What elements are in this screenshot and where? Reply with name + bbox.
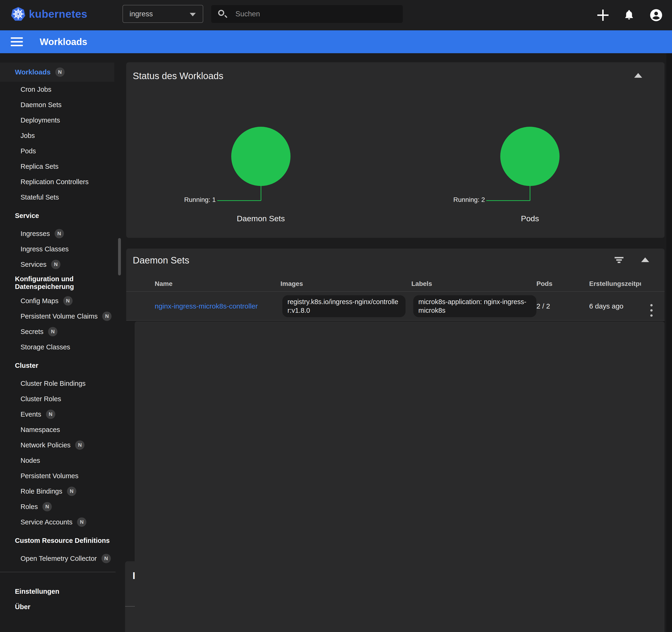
kubernetes-logo[interactable]: kubernetes bbox=[11, 6, 87, 21]
namespaced-badge: N bbox=[101, 554, 111, 563]
sidebar-item-label: Deployments bbox=[21, 116, 60, 124]
sidebar-item-service-accounts[interactable]: Service AccountsN bbox=[0, 514, 118, 530]
pods-count: 2 / 2 bbox=[536, 302, 589, 310]
partial-card: I bbox=[125, 561, 135, 632]
sidebar-item-events[interactable]: EventsN bbox=[0, 406, 118, 422]
sidebar-item-secrets[interactable]: SecretsN bbox=[0, 324, 118, 340]
sidebar-item-label: Jobs bbox=[21, 132, 35, 140]
daemon-sets-title: Daemon Sets bbox=[133, 255, 189, 265]
chart-caption: Daemon Sets bbox=[126, 214, 395, 223]
status-chart-daemon-sets: Running: 1Daemon Sets bbox=[126, 86, 395, 235]
sidebar-item-label: Nodes bbox=[21, 457, 40, 464]
sidebar-item-open-telemetry-collector[interactable]: Open Telemetry CollectorN bbox=[0, 551, 118, 566]
chevron-down-icon bbox=[190, 13, 196, 16]
sidebar-item-label: Config Maps bbox=[21, 297, 58, 305]
sidebar-item-label: Services bbox=[21, 261, 46, 268]
column-header-images: Images bbox=[281, 280, 411, 287]
sidebar-item-label: Konfiguration und Datenspeicherung bbox=[15, 275, 118, 290]
sidebar-item-namespaces[interactable]: Namespaces bbox=[0, 422, 118, 437]
namespaced-badge: N bbox=[75, 440, 85, 450]
namespaced-badge: N bbox=[67, 487, 76, 496]
sidebar-item-label: Cron Jobs bbox=[21, 86, 51, 93]
chart-callout: Running: 2 bbox=[453, 196, 485, 204]
sidebar-item-workloads[interactable]: WorkloadsN bbox=[0, 63, 114, 82]
pie-chart bbox=[500, 127, 559, 186]
sidebar-item-label: Ingresses bbox=[21, 230, 50, 238]
create-resource-plus-icon[interactable] bbox=[597, 9, 608, 21]
namespaced-badge: N bbox=[43, 502, 52, 511]
daemonset-name-link[interactable]: nginx-ingress-microk8s-controller bbox=[155, 302, 258, 310]
sidebar-item-ingress-classes[interactable]: Ingress Classes bbox=[0, 241, 118, 257]
sidebar-scrollbar[interactable] bbox=[118, 238, 121, 275]
sidebar-item-cluster-roles[interactable]: Cluster Roles bbox=[0, 391, 118, 406]
sidebar-item-label: Service bbox=[15, 212, 39, 219]
sidebar-item-config-maps[interactable]: Config MapsN bbox=[0, 293, 118, 308]
workload-status-title: Status des Workloads bbox=[133, 71, 223, 81]
status-chart-pods: Running: 2Pods bbox=[395, 86, 665, 235]
sidebar-item-konfiguration-und-datenspeicherung: Konfiguration und Datenspeicherung bbox=[0, 275, 118, 290]
label-chip: microk8s-application: nginx-ingress-micr… bbox=[413, 295, 536, 317]
sidebar-item-replica-sets[interactable]: Replica Sets bbox=[0, 159, 118, 174]
table-header-row: NameImagesLabelsPodsErstellungszeitpunkt bbox=[126, 276, 665, 292]
image-chip: registry.k8s.io/ingress-nginx/controller… bbox=[282, 295, 406, 317]
pie-chart bbox=[231, 127, 290, 186]
sidebar-item-label: Persistent Volumes bbox=[21, 472, 78, 480]
sidebar-item-cluster-role-bindings[interactable]: Cluster Role Bindings bbox=[0, 376, 118, 391]
sidebar-item-cron-jobs[interactable]: Cron Jobs bbox=[0, 82, 118, 97]
notifications-bell-icon[interactable] bbox=[623, 9, 635, 21]
sidebar-item-label: Namespaces bbox=[21, 426, 60, 434]
column-header-erstellungszeitpunkt: Erstellungszeitpunkt bbox=[589, 280, 641, 287]
sidebar-item-einstellungen[interactable]: Einstellungen bbox=[0, 584, 118, 599]
sidebar-item-label: Cluster Role Bindings bbox=[21, 380, 86, 388]
sidebar-item-daemon-sets[interactable]: Daemon Sets bbox=[0, 97, 118, 113]
menu-hamburger-icon[interactable] bbox=[11, 37, 23, 46]
account-icon[interactable] bbox=[650, 9, 663, 22]
page-scrollbar[interactable] bbox=[666, 53, 672, 632]
sidebar-item-replication-controllers[interactable]: Replication Controllers bbox=[0, 174, 118, 189]
sidebar-item-custom-resource-definitions: Custom Resource Definitions bbox=[0, 533, 118, 548]
namespace-selector-value: ingress bbox=[129, 10, 153, 18]
sidebar-item-services[interactable]: ServicesN bbox=[0, 257, 118, 272]
sidebar-item-label: Events bbox=[21, 411, 41, 418]
sidebar-item-label: Replication Controllers bbox=[21, 178, 89, 186]
sidebar-item-roles[interactable]: RolesN bbox=[0, 499, 118, 514]
page-title: Workloads bbox=[40, 37, 87, 47]
namespaced-badge: N bbox=[63, 296, 73, 305]
sidebar-item-stateful-sets[interactable]: Stateful Sets bbox=[0, 189, 118, 205]
sidebar-item-label: Network Policies bbox=[21, 441, 70, 449]
sidebar-item-persistent-volumes[interactable]: Persistent Volumes bbox=[0, 468, 118, 484]
kubernetes-logo-icon bbox=[11, 6, 26, 21]
sidebar-item-ingresses[interactable]: IngressesN bbox=[0, 226, 118, 241]
column-header-labels: Labels bbox=[411, 280, 536, 287]
column-header-name: Name bbox=[155, 280, 281, 287]
sidebar-item-label: Daemon Sets bbox=[21, 101, 62, 109]
namespaced-badge: N bbox=[55, 229, 64, 238]
namespaced-badge: N bbox=[55, 67, 65, 77]
partial-card-title: I bbox=[133, 570, 135, 581]
sidebar-item-pods[interactable]: Pods bbox=[0, 143, 118, 159]
collapse-up-icon[interactable] bbox=[641, 257, 649, 262]
namespaced-badge: N bbox=[48, 327, 57, 336]
sidebar-item-label: Persistent Volume Claims bbox=[21, 312, 98, 320]
search-input[interactable]: Suchen bbox=[211, 5, 403, 23]
sidebar-item-storage-classes[interactable]: Storage Classes bbox=[0, 340, 118, 355]
sidebar-item-network-policies[interactable]: Network PoliciesN bbox=[0, 437, 118, 453]
sidebar-item-label: Service Accounts bbox=[21, 518, 72, 526]
sidebar-item-label: Role Bindings bbox=[21, 488, 62, 495]
sidebar-item-label: Replica Sets bbox=[21, 163, 58, 170]
filter-icon[interactable] bbox=[615, 257, 623, 263]
empty-section-card bbox=[135, 321, 665, 632]
namespace-selector[interactable]: ingress bbox=[122, 5, 203, 23]
sidebar-item-jobs[interactable]: Jobs bbox=[0, 128, 118, 143]
sidebar-item-deployments[interactable]: Deployments bbox=[0, 113, 118, 128]
logo-wordmark: kubernetes bbox=[29, 8, 87, 20]
sidebar-item-label: Open Telemetry Collector bbox=[21, 555, 97, 562]
search-placeholder: Suchen bbox=[235, 10, 260, 18]
sidebar-item-ber[interactable]: Über bbox=[0, 599, 118, 614]
column-header-pods: Pods bbox=[536, 280, 589, 287]
sidebar-item-persistent-volume-claims[interactable]: Persistent Volume ClaimsN bbox=[0, 308, 118, 324]
chart-caption: Pods bbox=[395, 214, 665, 223]
collapse-up-icon[interactable] bbox=[634, 73, 642, 78]
sidebar-item-nodes[interactable]: Nodes bbox=[0, 453, 118, 468]
sidebar-item-role-bindings[interactable]: Role BindingsN bbox=[0, 484, 118, 499]
